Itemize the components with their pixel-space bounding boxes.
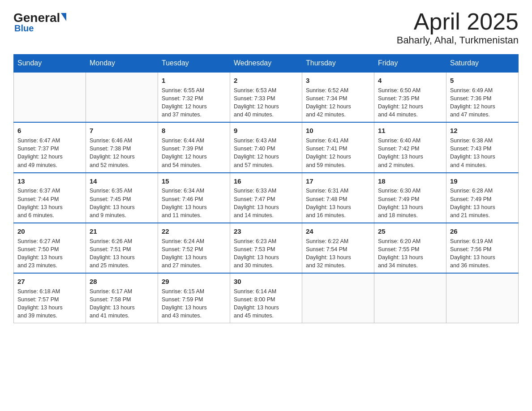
calendar-cell: 17Sunrise: 6:31 AMSunset: 7:48 PMDayligh… — [302, 173, 374, 223]
day-number: 16 — [234, 176, 298, 186]
calendar-cell: 12Sunrise: 6:38 AMSunset: 7:43 PMDayligh… — [446, 122, 519, 172]
day-detail: Sunrise: 6:41 AMSunset: 7:41 PMDaylight:… — [306, 137, 370, 169]
day-number: 29 — [162, 277, 226, 287]
day-detail: Sunrise: 6:40 AMSunset: 7:42 PMDaylight:… — [378, 137, 442, 169]
calendar-cell: 21Sunrise: 6:26 AMSunset: 7:51 PMDayligh… — [86, 223, 158, 273]
calendar-header-tuesday: Tuesday — [158, 55, 230, 73]
calendar-cell: 28Sunrise: 6:17 AMSunset: 7:58 PMDayligh… — [86, 273, 158, 323]
calendar-cell: 19Sunrise: 6:28 AMSunset: 7:49 PMDayligh… — [446, 173, 519, 223]
calendar-cell: 6Sunrise: 6:47 AMSunset: 7:37 PMDaylight… — [14, 122, 86, 172]
day-detail: Sunrise: 6:35 AMSunset: 7:45 PMDaylight:… — [90, 187, 154, 219]
calendar-header-sunday: Sunday — [14, 55, 86, 73]
day-detail: Sunrise: 6:33 AMSunset: 7:47 PMDaylight:… — [234, 187, 298, 219]
day-detail: Sunrise: 6:34 AMSunset: 7:46 PMDaylight:… — [162, 187, 226, 219]
calendar-cell — [374, 273, 446, 323]
calendar-cell: 18Sunrise: 6:30 AMSunset: 7:49 PMDayligh… — [374, 173, 446, 223]
calendar-header-row: SundayMondayTuesdayWednesdayThursdayFrid… — [14, 55, 519, 73]
day-number: 3 — [306, 76, 370, 86]
day-number: 27 — [17, 277, 82, 287]
title-block: April 2025 Baharly, Ahal, Turkmenistan — [397, 9, 519, 46]
calendar-cell: 26Sunrise: 6:19 AMSunset: 7:56 PMDayligh… — [446, 223, 519, 273]
day-detail: Sunrise: 6:31 AMSunset: 7:48 PMDaylight:… — [306, 187, 370, 219]
calendar-header-thursday: Thursday — [302, 55, 374, 73]
day-number: 15 — [162, 176, 226, 186]
day-detail: Sunrise: 6:47 AMSunset: 7:37 PMDaylight:… — [17, 137, 82, 169]
calendar-week-1: 1Sunrise: 6:55 AMSunset: 7:32 PMDaylight… — [14, 72, 519, 122]
day-number: 14 — [90, 176, 154, 186]
calendar-cell: 8Sunrise: 6:44 AMSunset: 7:39 PMDaylight… — [158, 122, 230, 172]
calendar-header-friday: Friday — [374, 55, 446, 73]
day-number: 20 — [17, 227, 82, 236]
calendar-week-5: 27Sunrise: 6:18 AMSunset: 7:57 PMDayligh… — [14, 273, 519, 323]
calendar-cell: 14Sunrise: 6:35 AMSunset: 7:45 PMDayligh… — [86, 173, 158, 223]
calendar-cell: 3Sunrise: 6:52 AMSunset: 7:34 PMDaylight… — [302, 72, 374, 122]
calendar-week-3: 13Sunrise: 6:37 AMSunset: 7:44 PMDayligh… — [14, 173, 519, 223]
day-detail: Sunrise: 6:30 AMSunset: 7:49 PMDaylight:… — [378, 187, 442, 219]
day-detail: Sunrise: 6:23 AMSunset: 7:53 PMDaylight:… — [234, 237, 298, 270]
day-number: 17 — [306, 176, 370, 186]
day-detail: Sunrise: 6:27 AMSunset: 7:50 PMDaylight:… — [17, 237, 82, 270]
day-number: 24 — [306, 227, 370, 236]
day-number: 22 — [162, 227, 226, 236]
day-number: 7 — [90, 126, 154, 136]
day-number: 2 — [234, 76, 298, 86]
month-title: April 2025 — [397, 9, 519, 34]
day-number: 23 — [234, 227, 298, 236]
calendar-header-wednesday: Wednesday — [230, 55, 302, 73]
page-header: General Blue April 2025 Baharly, Ahal, T… — [13, 9, 519, 46]
calendar-cell — [302, 273, 374, 323]
day-detail: Sunrise: 6:53 AMSunset: 7:33 PMDaylight:… — [234, 86, 298, 119]
day-detail: Sunrise: 6:18 AMSunset: 7:57 PMDaylight:… — [17, 287, 82, 320]
calendar-cell: 20Sunrise: 6:27 AMSunset: 7:50 PMDayligh… — [14, 223, 86, 273]
day-number: 18 — [378, 176, 442, 186]
calendar-cell: 24Sunrise: 6:22 AMSunset: 7:54 PMDayligh… — [302, 223, 374, 273]
calendar-week-4: 20Sunrise: 6:27 AMSunset: 7:50 PMDayligh… — [14, 223, 519, 273]
calendar-cell: 9Sunrise: 6:43 AMSunset: 7:40 PMDaylight… — [230, 122, 302, 172]
day-detail: Sunrise: 6:37 AMSunset: 7:44 PMDaylight:… — [17, 187, 82, 219]
day-number: 12 — [450, 126, 515, 136]
day-detail: Sunrise: 6:22 AMSunset: 7:54 PMDaylight:… — [306, 237, 370, 270]
calendar-cell — [86, 72, 158, 122]
calendar-body: 1Sunrise: 6:55 AMSunset: 7:32 PMDaylight… — [14, 72, 519, 323]
day-detail: Sunrise: 6:44 AMSunset: 7:39 PMDaylight:… — [162, 137, 226, 169]
location-title: Baharly, Ahal, Turkmenistan — [397, 34, 519, 46]
day-detail: Sunrise: 6:15 AMSunset: 7:59 PMDaylight:… — [162, 287, 226, 320]
calendar-week-2: 6Sunrise: 6:47 AMSunset: 7:37 PMDaylight… — [14, 122, 519, 172]
calendar-header-saturday: Saturday — [446, 55, 519, 73]
calendar-cell: 16Sunrise: 6:33 AMSunset: 7:47 PMDayligh… — [230, 173, 302, 223]
day-detail: Sunrise: 6:55 AMSunset: 7:32 PMDaylight:… — [162, 86, 226, 119]
calendar-cell: 5Sunrise: 6:49 AMSunset: 7:36 PMDaylight… — [446, 72, 519, 122]
day-number: 13 — [17, 176, 82, 186]
day-number: 26 — [450, 227, 515, 236]
day-number: 10 — [306, 126, 370, 136]
day-detail: Sunrise: 6:49 AMSunset: 7:36 PMDaylight:… — [450, 86, 515, 119]
calendar-cell: 4Sunrise: 6:50 AMSunset: 7:35 PMDaylight… — [374, 72, 446, 122]
calendar-cell: 11Sunrise: 6:40 AMSunset: 7:42 PMDayligh… — [374, 122, 446, 172]
day-detail: Sunrise: 6:52 AMSunset: 7:34 PMDaylight:… — [306, 86, 370, 119]
calendar-table: SundayMondayTuesdayWednesdayThursdayFrid… — [13, 54, 519, 323]
day-number: 1 — [162, 76, 226, 86]
calendar-header-monday: Monday — [86, 55, 158, 73]
day-detail: Sunrise: 6:26 AMSunset: 7:51 PMDaylight:… — [90, 237, 154, 270]
calendar-cell: 30Sunrise: 6:14 AMSunset: 8:00 PMDayligh… — [230, 273, 302, 323]
day-number: 9 — [234, 126, 298, 136]
calendar-cell: 15Sunrise: 6:34 AMSunset: 7:46 PMDayligh… — [158, 173, 230, 223]
calendar-cell: 23Sunrise: 6:23 AMSunset: 7:53 PMDayligh… — [230, 223, 302, 273]
day-detail: Sunrise: 6:46 AMSunset: 7:38 PMDaylight:… — [90, 137, 154, 169]
day-number: 28 — [90, 277, 154, 287]
calendar-cell: 2Sunrise: 6:53 AMSunset: 7:33 PMDaylight… — [230, 72, 302, 122]
day-number: 6 — [17, 126, 82, 136]
day-detail: Sunrise: 6:50 AMSunset: 7:35 PMDaylight:… — [378, 86, 442, 119]
day-number: 4 — [378, 76, 442, 86]
calendar-cell — [14, 72, 86, 122]
day-number: 30 — [234, 277, 298, 287]
calendar-cell — [446, 273, 519, 323]
calendar-cell: 13Sunrise: 6:37 AMSunset: 7:44 PMDayligh… — [14, 173, 86, 223]
day-number: 21 — [90, 227, 154, 236]
day-detail: Sunrise: 6:43 AMSunset: 7:40 PMDaylight:… — [234, 137, 298, 169]
logo-text: General — [13, 12, 66, 24]
calendar-cell: 29Sunrise: 6:15 AMSunset: 7:59 PMDayligh… — [158, 273, 230, 323]
calendar-cell: 27Sunrise: 6:18 AMSunset: 7:57 PMDayligh… — [14, 273, 86, 323]
day-number: 11 — [378, 126, 442, 136]
calendar-cell: 1Sunrise: 6:55 AMSunset: 7:32 PMDaylight… — [158, 72, 230, 122]
